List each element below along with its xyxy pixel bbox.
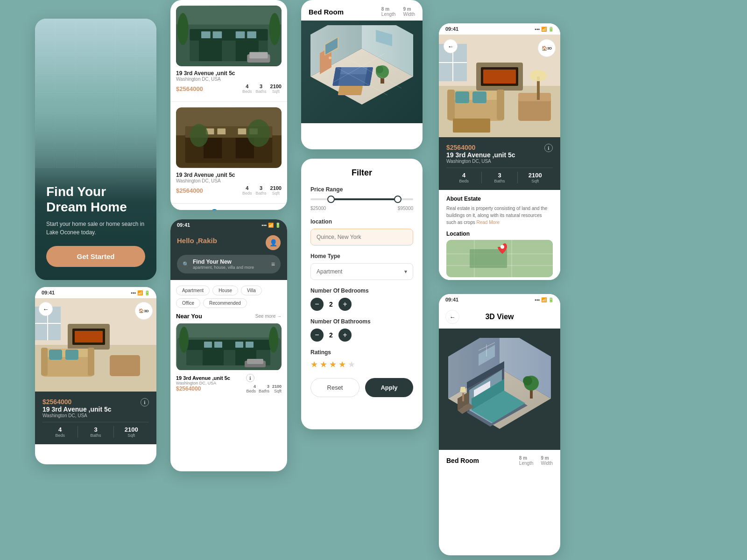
filter-icon[interactable]: ≡ <box>271 260 275 268</box>
svg-rect-59 <box>247 359 263 364</box>
see-more-link[interactable]: See more → <box>255 314 282 319</box>
bedroom-length: 8 mLength <box>381 7 396 17</box>
svg-point-24 <box>247 119 270 147</box>
detail-baths-label: Baths <box>482 179 517 183</box>
price-range-track[interactable] <box>310 198 413 200</box>
bottom-3d-btn[interactable]: 🏠3D <box>135 302 153 320</box>
svg-rect-55 <box>246 342 254 348</box>
signal-icons: ▪▪▪ 📶 🔋 <box>261 223 281 228</box>
search-time: 09:41 <box>177 222 190 228</box>
svg-rect-72 <box>453 119 490 133</box>
chip-house[interactable]: House <box>212 286 238 295</box>
listing-stats-1: $2564000 4Beds 3Baths 2100Sqft <box>176 84 282 94</box>
chip-recommended[interactable]: Recommended <box>203 298 247 308</box>
star-4[interactable]: ★ <box>338 359 346 370</box>
chip-office[interactable]: Office <box>176 298 200 308</box>
reset-button[interactable]: Reset <box>310 378 359 397</box>
search-bar[interactable]: 🔍 Find Your New apartment, house, villa … <box>177 255 281 273</box>
view3d-time: 09:41 <box>445 297 458 302</box>
bedroom-width: 9 mWidth <box>403 7 415 17</box>
star-1[interactable]: ★ <box>310 359 318 370</box>
nav-home-icon[interactable]: ⌂ <box>185 209 190 210</box>
detail-screen-top: 09:41 ▪▪▪📶🔋 <box>439 23 560 280</box>
bottom-info-icon[interactable]: ℹ <box>141 398 149 406</box>
svg-rect-68 <box>447 90 455 120</box>
chip-villa[interactable]: Villa <box>241 286 262 295</box>
detail-address: 19 3rd Avenue ,unit 5c <box>446 151 515 159</box>
svg-rect-70 <box>455 91 469 103</box>
bedroom-title: Bed Room <box>309 8 344 16</box>
location-input[interactable] <box>310 229 413 245</box>
star-3[interactable]: ★ <box>329 359 337 370</box>
bottom-detail-stats: 4 Beds 3 Baths 2100 Sqft <box>42 422 149 438</box>
svg-point-56 <box>179 327 189 353</box>
svg-rect-71 <box>472 91 486 103</box>
price-labels: $25000 $95000 <box>310 206 413 211</box>
listing-stats-2: $2564000 4Beds 3Baths 2100Sqft <box>176 185 282 196</box>
bedroom-screen-top: Bed Room 8 mLength 9 mWidth <box>301 0 423 149</box>
nav-settings-icon[interactable]: ⚙ <box>265 209 273 210</box>
nav-person-icon[interactable]: 👤 <box>209 209 219 210</box>
view3d-back-button[interactable]: ← <box>445 310 459 324</box>
bottom-back-btn[interactable]: ← <box>39 302 53 316</box>
svg-rect-8 <box>236 31 245 38</box>
bedroom-header: Bed Room 8 mLength 9 mWidth <box>301 0 423 21</box>
bottom-detail-time: 09:41 <box>42 290 55 295</box>
greeting-text: Hello ,Rakib <box>177 237 217 245</box>
listing-price-2: $2564000 <box>176 187 203 194</box>
listings-screen: 19 3rd Avenue ,unit 5c Washington DC, US… <box>170 0 287 210</box>
bathrooms-decrement-button[interactable]: − <box>310 329 324 342</box>
price-range-section: Price Range $25000 $95000 <box>310 186 413 211</box>
view3d-status: 09:41 ▪▪▪📶🔋 <box>439 294 560 305</box>
nearby-listing-image <box>176 323 282 370</box>
apply-button[interactable]: Apply <box>365 378 413 397</box>
bedrooms-decrement-button[interactable]: − <box>310 298 324 311</box>
price-handle-min[interactable] <box>327 196 335 203</box>
detail-3d-btn[interactable]: 🏠3D <box>538 39 556 57</box>
read-more-link[interactable]: Read More <box>476 220 499 225</box>
bottom-detail-price: $2564000 <box>42 398 112 406</box>
detail-info-icon[interactable]: ℹ <box>544 144 553 152</box>
view3d-dimensions: 8 m Length 9 m Width <box>519 455 553 466</box>
svg-rect-101 <box>65 350 78 360</box>
svg-rect-98 <box>41 348 48 376</box>
svg-marker-127 <box>460 387 466 392</box>
filter-screen: Filter Price Range $25000 $95000 locatio… <box>301 159 423 429</box>
svg-rect-52 <box>204 342 212 348</box>
detail-beds-label: Beds <box>446 179 481 183</box>
nearby-address: 19 3rd Avenue ,unit 5c <box>176 375 230 381</box>
bathrooms-increment-button[interactable]: + <box>338 329 352 342</box>
bottom-detail-city: Washington DC, USA <box>42 413 112 418</box>
chip-apartment[interactable]: Apartment <box>176 286 210 295</box>
star-5[interactable]: ★ <box>348 359 355 370</box>
search-placeholder: Find Your New apartment, house, villa an… <box>193 259 268 270</box>
detail-beds: 4 <box>446 172 481 179</box>
get-started-button[interactable]: Get Started <box>46 246 145 267</box>
bedrooms-increment-button[interactable]: + <box>338 298 352 311</box>
price-range-label: Price Range <box>310 186 413 193</box>
price-handle-max[interactable] <box>394 196 402 203</box>
listing-price-1: $2564000 <box>176 85 203 92</box>
home-type-select[interactable]: Apartment ▾ <box>310 263 413 280</box>
detail-hero-container: ← 🏠3D <box>439 35 560 137</box>
svg-point-57 <box>269 327 278 353</box>
bottom-detail-address: 19 3rd Avenue ,unit 5c <box>42 406 112 413</box>
star-2[interactable]: ★ <box>320 359 327 370</box>
listing-item-2: 19 3rd Avenue ,unit 5c Washington DC, US… <box>170 102 287 203</box>
home-type-section: Home Type Apartment ▾ <box>310 253 413 280</box>
nav-heart-icon[interactable]: ♡ <box>239 209 246 210</box>
detail-back-btn[interactable]: ← <box>444 39 458 53</box>
location-label: location <box>310 218 413 225</box>
detail-sqft: 2100 <box>518 172 553 179</box>
price-range-fill <box>331 198 398 200</box>
nearby-info-icon[interactable]: ℹ <box>246 374 254 382</box>
price-max: $95000 <box>398 206 413 211</box>
search-icon: 🔍 <box>183 261 189 267</box>
star-rating[interactable]: ★ ★ ★ ★ ★ <box>310 359 413 370</box>
view3d-title: 3D View <box>464 313 535 321</box>
location-section: location <box>310 218 413 245</box>
search-content: Apartment House Villa Office Recommended… <box>170 280 287 399</box>
bathrooms-count: 2 <box>329 331 333 339</box>
listing-address-1: 19 3rd Avenue ,unit 5c <box>176 70 282 77</box>
search-header: Hello ,Rakib 👤 🔍 Find Your New apartment… <box>170 231 287 280</box>
